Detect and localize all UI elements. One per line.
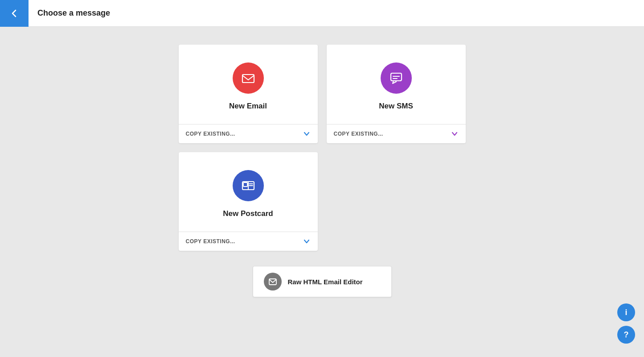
new-postcard-chevron-icon bbox=[303, 237, 311, 245]
new-sms-copy-footer[interactable]: COPY EXISTING... bbox=[327, 124, 466, 143]
svg-rect-0 bbox=[242, 75, 254, 83]
help-icon: ? bbox=[624, 330, 629, 340]
header: Choose a message bbox=[0, 0, 644, 27]
new-postcard-card[interactable]: New Postcard COPY EXISTING... bbox=[179, 152, 318, 251]
new-email-copy-label: COPY EXISTING... bbox=[186, 131, 235, 137]
svg-rect-9 bbox=[269, 279, 276, 285]
raw-html-editor-button[interactable]: Raw HTML Email Editor bbox=[253, 266, 392, 297]
new-email-chevron-icon bbox=[303, 130, 311, 138]
new-sms-card-body: New SMS bbox=[327, 45, 466, 124]
svg-rect-1 bbox=[391, 73, 402, 81]
svg-rect-8 bbox=[243, 183, 247, 187]
info-icon: i bbox=[625, 308, 627, 317]
new-postcard-copy-label: COPY EXISTING... bbox=[186, 238, 235, 245]
new-postcard-label: New Postcard bbox=[223, 209, 273, 218]
new-sms-card[interactable]: New SMS COPY EXISTING... bbox=[327, 45, 466, 143]
back-button[interactable] bbox=[0, 0, 29, 27]
new-email-card[interactable]: New Email COPY EXISTING... bbox=[179, 45, 318, 143]
help-button[interactable]: ? bbox=[617, 326, 635, 344]
new-sms-chevron-icon bbox=[451, 130, 459, 138]
main-content: New Email COPY EXISTING... bbox=[0, 27, 644, 315]
raw-html-label: Raw HTML Email Editor bbox=[288, 278, 363, 286]
email-icon-circle bbox=[233, 62, 264, 94]
new-email-label: New Email bbox=[229, 102, 267, 111]
page-title: Choose a message bbox=[29, 8, 110, 18]
new-email-copy-footer[interactable]: COPY EXISTING... bbox=[179, 124, 318, 143]
info-button[interactable]: i bbox=[617, 303, 635, 321]
new-postcard-card-body: New Postcard bbox=[179, 152, 318, 232]
new-sms-copy-label: COPY EXISTING... bbox=[334, 131, 383, 137]
floating-buttons: i ? bbox=[617, 303, 635, 344]
sms-icon-circle bbox=[381, 62, 412, 94]
empty-placeholder bbox=[327, 152, 466, 251]
cards-row-2: New Postcard COPY EXISTING... bbox=[179, 152, 466, 251]
back-arrow-icon bbox=[9, 8, 19, 18]
new-sms-label: New SMS bbox=[379, 102, 413, 111]
new-email-card-body: New Email bbox=[179, 45, 318, 124]
raw-html-icon-circle bbox=[264, 273, 282, 291]
postcard-icon-circle bbox=[233, 170, 264, 201]
new-postcard-copy-footer[interactable]: COPY EXISTING... bbox=[179, 232, 318, 251]
cards-row-1: New Email COPY EXISTING... bbox=[179, 45, 466, 143]
